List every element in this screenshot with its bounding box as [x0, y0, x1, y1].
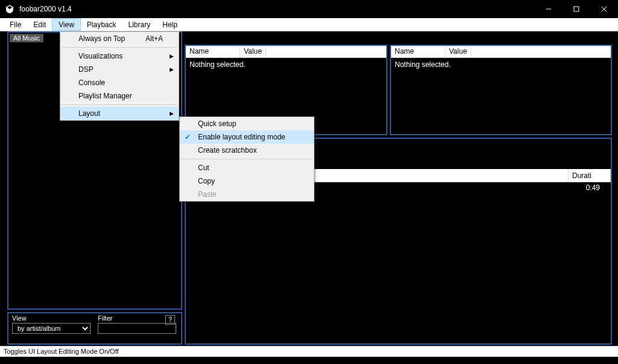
- submenu-arrow-icon: ▶: [170, 110, 174, 117]
- playlist-col-duration[interactable]: Durati: [569, 169, 611, 182]
- library-all-music[interactable]: All Music: [10, 34, 43, 42]
- menubar: File Edit View Playback Library Help: [0, 18, 618, 31]
- props-col-name[interactable]: Name: [186, 46, 240, 57]
- submenu-arrow-icon: ▶: [170, 53, 174, 59]
- filter-label: Filter: [98, 315, 176, 322]
- view-dropdown: Always on Top Alt+A Visualizations▶ DSP▶…: [60, 31, 179, 121]
- playlist-cell-duration: 0:49: [569, 182, 611, 194]
- props-col-name-2[interactable]: Name: [391, 46, 445, 57]
- layout-create-scratchbox[interactable]: Create scratchbox: [180, 144, 314, 157]
- layout-paste[interactable]: Paste: [180, 188, 314, 201]
- view-visualizations[interactable]: Visualizations▶: [60, 49, 179, 63]
- layout-cut[interactable]: Cut: [180, 161, 314, 174]
- filter-help-icon[interactable]: ?: [165, 315, 175, 325]
- view-select[interactable]: by artist/album: [12, 323, 91, 334]
- minimize-button[interactable]: [535, 0, 562, 18]
- properties-panel-right: Name Value Nothing selected.: [390, 45, 612, 135]
- props-col-value[interactable]: Value: [240, 46, 266, 57]
- menu-file[interactable]: File: [4, 18, 27, 31]
- titlebar: foobar2000 v1.4: [0, 0, 618, 18]
- layout-enable-editing[interactable]: ✓ Enable layout editing mode: [180, 130, 314, 144]
- window-title: foobar2000 v1.4: [19, 5, 72, 13]
- menu-edit[interactable]: Edit: [27, 18, 52, 31]
- filter-input[interactable]: [98, 323, 176, 334]
- dropdown-separator: [62, 47, 177, 48]
- check-icon: ✓: [185, 133, 191, 141]
- submenu-arrow-icon: ▶: [170, 66, 174, 72]
- statusbar-text: Toggles UI Layout Editing Mode On/Off: [4, 348, 119, 355]
- maximize-button[interactable]: [562, 0, 590, 18]
- view-dsp[interactable]: DSP▶: [60, 63, 179, 76]
- dropdown-separator: [62, 104, 177, 105]
- menu-playback[interactable]: Playback: [81, 18, 123, 31]
- close-button[interactable]: [590, 0, 618, 18]
- view-always-on-top[interactable]: Always on Top Alt+A: [60, 32, 179, 45]
- props-col-value-2[interactable]: Value: [445, 46, 471, 57]
- view-console[interactable]: Console: [60, 76, 179, 89]
- menu-help[interactable]: Help: [156, 18, 183, 31]
- menu-view[interactable]: View: [52, 18, 81, 31]
- properties-header-2: Name Value: [391, 46, 611, 58]
- window-controls: [535, 0, 618, 18]
- statusbar: Toggles UI Layout Editing Mode On/Off: [0, 346, 618, 357]
- props-body-right: Nothing selected.: [391, 58, 611, 71]
- props-body-left: Nothing selected.: [186, 58, 386, 71]
- svg-rect-1: [574, 7, 579, 11]
- app-logo-icon: [5, 4, 14, 14]
- menu-library[interactable]: Library: [123, 18, 157, 31]
- layout-copy[interactable]: Copy: [180, 174, 314, 188]
- layout-submenu: Quick setup ✓ Enable layout editing mode…: [179, 117, 314, 202]
- view-label: View: [12, 315, 91, 322]
- view-layout[interactable]: Layout▶: [60, 107, 179, 120]
- layout-quick-setup[interactable]: Quick setup: [180, 117, 314, 130]
- view-playlist-manager[interactable]: Playlist Manager: [60, 89, 179, 103]
- library-controls: View by artist/album Filter ?: [7, 312, 182, 345]
- properties-header: Name Value: [186, 46, 386, 58]
- dropdown-separator: [181, 159, 313, 159]
